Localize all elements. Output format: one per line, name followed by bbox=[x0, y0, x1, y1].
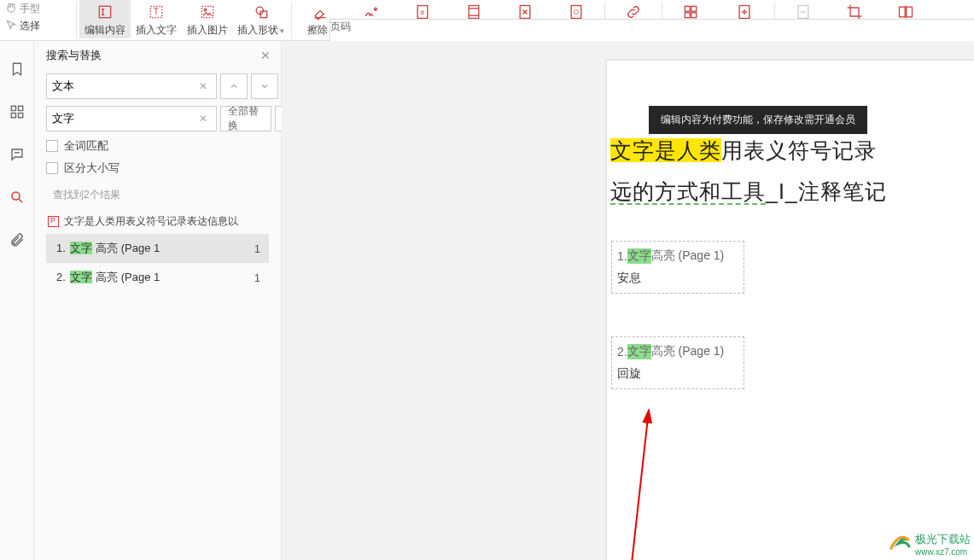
svg-rect-31 bbox=[11, 106, 15, 110]
document-row[interactable]: 文字是人类用表义符号记录表达信息以 页码 bbox=[46, 209, 269, 234]
svg-text:T: T bbox=[154, 7, 159, 16]
search-icon[interactable] bbox=[8, 188, 26, 207]
doc-title: 文字是人类用表义符号记录表达信息以 bbox=[64, 214, 267, 229]
select-tool-label: 选择 bbox=[20, 19, 40, 33]
svg-rect-6 bbox=[201, 6, 213, 17]
results-list: 1. 文字 高亮 (Page 112. 文字 高亮 (Page 11 bbox=[46, 234, 269, 292]
tool-mode-group: 手型 选择 bbox=[0, 0, 73, 36]
text-icon: T bbox=[147, 3, 166, 21]
next-button[interactable] bbox=[251, 73, 278, 99]
svg-point-18 bbox=[574, 10, 579, 15]
case-sensitive-checkbox[interactable]: 区分大小写 bbox=[46, 160, 269, 176]
result-count: 查找到2个结果 bbox=[46, 183, 269, 209]
logo-url: www.xz7.com bbox=[915, 547, 971, 557]
checkbox-icon bbox=[46, 162, 58, 174]
doc-line-2: 远的方式和工具_I_注释笔记 bbox=[610, 172, 887, 213]
annotation-box[interactable]: 1. 文字 高亮 (Page 1) 安息 bbox=[611, 241, 744, 294]
panel-header: 搜索与替换 ✕ bbox=[34, 41, 281, 70]
svg-rect-13 bbox=[469, 6, 479, 19]
annotation-header: 1. 文字 高亮 (Page 1) bbox=[612, 242, 744, 267]
search-result-item[interactable]: 1. 文字 高亮 (Page 11 bbox=[46, 234, 269, 263]
document-content: 文字是人类用表义符号记录 远的方式和工具_I_注释笔记 bbox=[610, 131, 887, 212]
close-icon[interactable]: ✕ bbox=[260, 49, 271, 62]
left-icon-strip bbox=[0, 41, 34, 560]
bookmark-icon[interactable] bbox=[8, 60, 26, 79]
svg-rect-0 bbox=[99, 6, 110, 17]
comment-icon[interactable] bbox=[8, 145, 26, 164]
svg-point-7 bbox=[204, 9, 207, 11]
toolbar-edit[interactable]: 编辑内容 bbox=[79, 0, 131, 38]
search-input[interactable] bbox=[52, 80, 195, 93]
erase-icon bbox=[311, 3, 330, 21]
replace-input-wrap: ✕ bbox=[46, 106, 217, 131]
logo-name: 极光下载站 bbox=[915, 533, 971, 545]
svg-rect-19 bbox=[685, 6, 690, 11]
replace-input[interactable] bbox=[52, 113, 195, 125]
svg-rect-9 bbox=[260, 11, 267, 17]
attachment-icon[interactable] bbox=[8, 230, 26, 249]
pdf-icon bbox=[48, 216, 59, 227]
toolbar-divider bbox=[76, 3, 77, 38]
svg-rect-28 bbox=[900, 7, 906, 17]
search-input-wrap: ✕ bbox=[46, 73, 217, 99]
result-count-badge: 1 bbox=[254, 271, 265, 284]
highlighted-text: 文字是人类 bbox=[610, 138, 721, 162]
doc-text: _I_注释笔记 bbox=[766, 179, 887, 203]
hand-tool[interactable]: 手型 bbox=[5, 2, 40, 16]
result-count-badge: 1 bbox=[254, 242, 265, 255]
chevron-down-icon: ▾ bbox=[280, 26, 284, 35]
annotation-body: 安息 bbox=[612, 267, 744, 293]
replace-all-button[interactable]: 全部替换 bbox=[220, 106, 271, 131]
prev-button[interactable] bbox=[220, 73, 248, 99]
svg-line-37 bbox=[19, 199, 22, 202]
svg-rect-29 bbox=[907, 7, 913, 17]
svg-point-8 bbox=[256, 7, 263, 14]
logo-icon bbox=[886, 531, 912, 557]
shape-icon bbox=[252, 3, 271, 21]
toolbar-divider bbox=[291, 3, 292, 38]
image-icon bbox=[198, 3, 217, 21]
site-logo: 极光下载站 www.xz7.com bbox=[886, 531, 971, 557]
toolbar-item-label: 插入图片 bbox=[187, 23, 228, 38]
thumbnails-icon[interactable] bbox=[8, 102, 26, 121]
document-canvas[interactable]: 编辑内容为付费功能，保存修改需开通会员 文字是人类用表义符号记录 远的方式和工具… bbox=[282, 41, 974, 560]
toolbar-item-label: 插入形状▾ bbox=[237, 23, 284, 38]
main: 搜索与替换 ✕ ✕ bbox=[0, 41, 974, 560]
result-text: 2. 文字 高亮 (Page 1 bbox=[56, 270, 249, 285]
checkbox-icon bbox=[46, 140, 58, 152]
svg-rect-34 bbox=[18, 114, 22, 118]
svg-rect-22 bbox=[691, 13, 697, 18]
doc-text: 用表义符号记录 bbox=[721, 138, 877, 162]
toolbar-shape[interactable]: 插入形状▾ bbox=[233, 0, 289, 38]
svg-text:#: # bbox=[421, 9, 425, 17]
annotation-body: 回旋 bbox=[612, 363, 744, 388]
search-result-item[interactable]: 2. 文字 高亮 (Page 11 bbox=[46, 263, 269, 292]
hand-icon bbox=[5, 2, 17, 16]
doc-text: 远的方式和工具 bbox=[610, 179, 766, 205]
toolbar-item-label: 插入文字 bbox=[136, 23, 177, 38]
toolbar-image[interactable]: 插入图片 bbox=[182, 0, 233, 38]
annotations-list: 1. 文字 高亮 (Page 1) 安息2. 文字 高亮 (Page 1) 回旋 bbox=[611, 241, 744, 432]
doc-line-1: 文字是人类用表义符号记录 bbox=[610, 131, 887, 172]
svg-rect-20 bbox=[691, 6, 697, 11]
case-sensitive-label: 区分大小写 bbox=[64, 160, 120, 176]
svg-rect-17 bbox=[571, 6, 581, 19]
whole-word-checkbox[interactable]: 全词匹配 bbox=[46, 138, 269, 154]
annotation-header: 2. 文字 高亮 (Page 1) bbox=[612, 337, 744, 363]
cursor-icon bbox=[5, 19, 17, 33]
clear-replace-icon[interactable]: ✕ bbox=[195, 113, 211, 125]
annotation-box[interactable]: 2. 文字 高亮 (Page 1) 回旋 bbox=[611, 336, 744, 389]
edit-icon bbox=[96, 3, 114, 21]
toolbar-text[interactable]: T 插入文字 bbox=[131, 0, 182, 38]
search-replace-panel: 搜索与替换 ✕ ✕ bbox=[34, 41, 282, 560]
hand-tool-label: 手型 bbox=[20, 2, 40, 16]
svg-rect-32 bbox=[18, 106, 22, 110]
panel-title: 搜索与替换 bbox=[46, 48, 102, 63]
svg-point-36 bbox=[12, 192, 20, 200]
panel-body: ✕ ✕ 全部替换 替换 bbox=[34, 70, 281, 295]
whole-word-label: 全词匹配 bbox=[64, 138, 108, 154]
svg-rect-21 bbox=[685, 13, 690, 18]
clear-search-icon[interactable]: ✕ bbox=[195, 80, 211, 92]
result-text: 1. 文字 高亮 (Page 1 bbox=[56, 241, 249, 256]
select-tool[interactable]: 选择 bbox=[5, 19, 40, 33]
